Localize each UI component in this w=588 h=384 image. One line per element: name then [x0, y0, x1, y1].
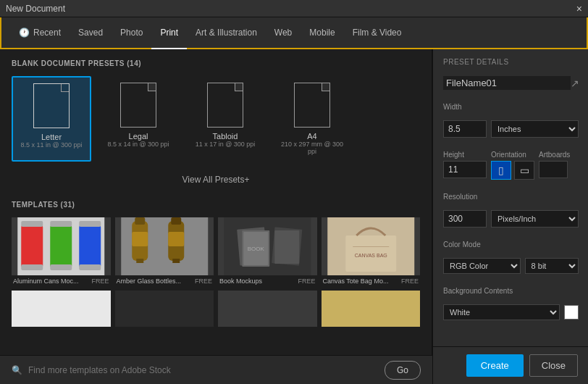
search-bar: 🔍 Go — [0, 355, 432, 384]
preset-a4[interactable]: A4 210 x 297 mm @ 300 ppi — [272, 76, 352, 162]
color-mode-label: Color Mode — [443, 241, 579, 249]
bg-contents-select[interactable]: White Background Color Transparent Custo… — [443, 304, 560, 320]
right-panel-wrap: PRESET DETAILS ↗ Width Inches Pixels Cen… — [432, 49, 588, 384]
svg-text:BOOK: BOOK — [248, 246, 265, 252]
width-input[interactable] — [443, 120, 487, 138]
left-panel-wrap: BLANK DOCUMENT PRESETS (14) Letter 8.5 x… — [0, 49, 432, 384]
preset-tabloid-icon — [207, 83, 243, 128]
template-bottles-name: Amber Glass Bottles... — [117, 277, 182, 285]
template-books-name: Book Mockups — [219, 277, 262, 285]
preset-legal[interactable]: Legal 8.5 x 14 in @ 300 ppi — [98, 76, 178, 162]
title-bar: New Document × — [0, 0, 588, 17]
template-bag-thumb: CANVAS BAG — [322, 217, 421, 275]
presets-section-title: BLANK DOCUMENT PRESETS (14) — [12, 59, 420, 67]
filename-row: ↗ — [443, 76, 579, 90]
width-row: Inches Pixels Centimeters Millimeters Po… — [443, 120, 579, 138]
save-preset-icon[interactable]: ↗ — [571, 78, 579, 89]
tab-saved[interactable]: Saved — [70, 17, 112, 49]
create-button[interactable]: Create — [466, 354, 524, 377]
close-icon[interactable]: × — [576, 3, 582, 14]
template-extra-4[interactable] — [322, 291, 421, 327]
search-icon: 🔍 — [12, 365, 22, 375]
width-unit-select[interactable]: Inches Pixels Centimeters Millimeters Po… — [491, 120, 579, 138]
svg-rect-2 — [50, 225, 72, 268]
template-bag-name: Canvas Tote Bag Mo... — [323, 277, 389, 285]
tab-mobile[interactable]: Mobile — [301, 17, 343, 49]
svg-rect-17 — [132, 232, 148, 246]
svg-rect-24 — [274, 230, 299, 264]
recent-icon: 🕐 — [19, 28, 30, 38]
nav-tabs: 🕐 Recent Saved Photo Print Art & Illustr… — [0, 17, 588, 49]
tab-web[interactable]: Web — [266, 17, 301, 49]
template-extra-3[interactable] — [218, 291, 317, 327]
tab-film[interactable]: Film & Video — [344, 17, 411, 49]
svg-text:CANVAS BAG: CANVAS BAG — [354, 253, 387, 258]
preset-a4-icon — [294, 83, 330, 128]
svg-rect-29 — [353, 246, 389, 247]
resolution-unit-select[interactable]: Pixels/Inch Pixels/Cm — [491, 210, 579, 228]
width-label: Width — [443, 103, 579, 111]
preset-letter[interactable]: Letter 8.5 x 11 in @ 300 ppi — [12, 76, 91, 162]
resolution-label: Resolution — [443, 193, 579, 201]
template-books[interactable]: BOOK Book Mockups FREE — [218, 217, 317, 285]
svg-rect-13 — [136, 259, 143, 263]
template-extra-1-thumb — [12, 291, 111, 327]
template-cans[interactable]: Aluminum Cans Moc... FREE — [12, 217, 111, 285]
svg-rect-15 — [171, 217, 181, 225]
search-input[interactable] — [28, 365, 379, 375]
artboards-label: Artboards — [539, 151, 570, 159]
portrait-icon: ▯ — [498, 164, 504, 176]
landscape-icon: ▭ — [520, 164, 529, 176]
preset-letter-icon — [33, 83, 70, 128]
template-bottles[interactable]: Amber Glass Bottles... FREE — [115, 217, 214, 285]
svg-rect-5 — [50, 221, 72, 227]
left-panel: BLANK DOCUMENT PRESETS (14) Letter 8.5 x… — [0, 49, 432, 384]
main-layout: BLANK DOCUMENT PRESETS (14) Letter 8.5 x… — [0, 49, 588, 384]
tab-art[interactable]: Art & Illustration — [187, 17, 266, 49]
orientation-group: Orientation ▯ ▭ — [491, 151, 534, 180]
height-input[interactable] — [443, 161, 487, 178]
templates-section-title: TEMPLATES (31) — [12, 201, 420, 209]
color-mode-row: RGB Color CMYK Color Grayscale Lab Color… — [443, 258, 579, 274]
color-mode-select[interactable]: RGB Color CMYK Color Grayscale Lab Color… — [443, 258, 521, 274]
height-orient-artboards-row: Height Orientation ▯ ▭ Artboard — [443, 151, 579, 180]
svg-rect-12 — [135, 217, 145, 225]
template-extra-3-thumb — [218, 291, 317, 327]
preset-tabloid[interactable]: Tabloid 11 x 17 in @ 300 ppi — [185, 76, 265, 162]
height-label: Height — [443, 151, 487, 159]
template-extra-4-thumb — [322, 291, 421, 327]
template-books-badge: FREE — [298, 277, 315, 285]
svg-rect-9 — [79, 264, 101, 270]
go-button[interactable]: Go — [385, 361, 421, 380]
template-row2 — [12, 291, 420, 327]
svg-rect-16 — [172, 259, 180, 263]
resolution-input[interactable] — [443, 210, 487, 228]
template-extra-2[interactable] — [115, 291, 214, 327]
template-books-thumb: BOOK — [218, 217, 317, 275]
artboards-input[interactable] — [539, 161, 568, 178]
svg-rect-3 — [79, 225, 101, 268]
template-bag-badge: FREE — [401, 277, 419, 285]
svg-rect-6 — [79, 221, 101, 227]
filename-input[interactable] — [443, 76, 571, 90]
svg-rect-18 — [168, 232, 184, 246]
artboards-group: Artboards — [539, 151, 570, 180]
resolution-row: Pixels/Inch Pixels/Cm — [443, 210, 579, 228]
color-bit-select[interactable]: 8 bit 16 bit 32 bit — [525, 258, 579, 274]
tab-recent[interactable]: 🕐 Recent — [10, 17, 70, 49]
view-all-button[interactable]: View All Presets+ — [12, 169, 420, 191]
tab-photo[interactable]: Photo — [112, 17, 151, 49]
template-cans-badge: FREE — [91, 277, 109, 285]
landscape-button[interactable]: ▭ — [514, 161, 534, 180]
close-button[interactable]: Close — [529, 354, 578, 377]
tab-print[interactable]: Print — [151, 17, 187, 49]
svg-rect-1 — [21, 225, 43, 268]
bg-color-swatch[interactable] — [564, 305, 579, 320]
template-extra-1[interactable] — [12, 291, 111, 327]
portrait-button[interactable]: ▯ — [491, 161, 511, 180]
orientation-label: Orientation — [491, 151, 534, 159]
orientation-row: ▯ ▭ — [491, 161, 534, 180]
template-bag[interactable]: CANVAS BAG Canvas Tote Bag Mo... FREE — [322, 217, 421, 285]
svg-rect-8 — [50, 264, 72, 270]
svg-rect-7 — [21, 264, 43, 270]
